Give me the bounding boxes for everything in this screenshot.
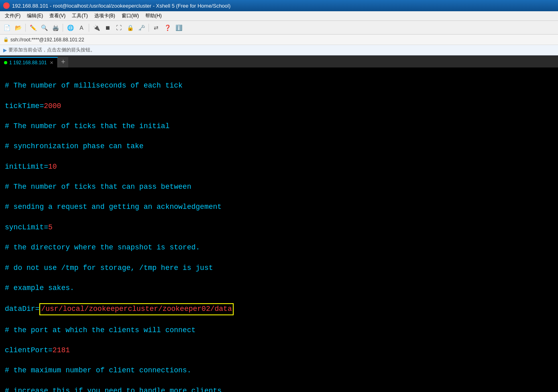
toolbar-lock[interactable]: 🔒	[125, 22, 135, 33]
terminal-line-4: # synchronization phase can take	[5, 141, 553, 151]
tab-dot	[4, 61, 7, 64]
terminal-line-5: initLimit=10	[5, 162, 553, 172]
toolbar-sep1	[25, 24, 26, 32]
tab-bar: 1 192.168.88.101 ✕ +	[0, 55, 558, 67]
toolbar-key[interactable]: 🗝️	[136, 22, 147, 33]
toolbar-open[interactable]: 📂	[13, 22, 23, 33]
terminal-line-1: # The number of milliseconds of each tic…	[5, 81, 553, 91]
toolbar-help[interactable]: ❓	[162, 22, 173, 33]
toolbar-sep3	[89, 24, 89, 32]
title-bar: 192.168.88.101 - root@localhost:/usr/loc…	[0, 0, 558, 11]
terminal-line-15: # the maximum number of client connectio…	[5, 365, 553, 376]
title-text: 192.168.88.101 - root@localhost:/usr/loc…	[12, 3, 555, 9]
terminal-line-10: # do not use /tmp for storage, /tmp here…	[5, 263, 553, 273]
toolbar-disconnect[interactable]: ⏹	[102, 22, 113, 33]
toolbar-connect[interactable]: 🔌	[91, 22, 102, 33]
info-text: 要添加当前会话，点击左侧的箭头按钮。	[8, 47, 95, 53]
datadir-highlight: /usr/local/zookeepercluster/zookeeper02/…	[39, 303, 233, 315]
toolbar-fullscreen[interactable]: ⛶	[114, 22, 124, 33]
menu-window[interactable]: 窗口(W)	[118, 12, 142, 20]
terminal-line-9: # the directory where the snapshot is st…	[5, 243, 553, 253]
terminal-line-6: # The number of ticks that can pass betw…	[5, 182, 553, 192]
address-text: ssh://root:****@192.168.88.101:22	[10, 37, 84, 43]
toolbar-print[interactable]: 🖨️	[50, 22, 61, 33]
terminal-line-2: tickTime=2000	[5, 101, 553, 111]
tab-session-1[interactable]: 1 192.168.88.101 ✕	[0, 57, 58, 67]
toolbar-globe[interactable]: 🌐	[65, 22, 75, 33]
terminal-line-12: dataDir=/usr/local/zookeepercluster/zook…	[5, 303, 553, 315]
toolbar-transfer[interactable]: ⇄	[151, 22, 161, 33]
terminal-line-7: # sending a request and getting an ackno…	[5, 202, 553, 212]
terminal-line-11: # example sakes.	[5, 283, 553, 293]
arrow-icon: ▶	[3, 47, 7, 53]
menu-tools[interactable]: 工具(T)	[69, 12, 91, 20]
toolbar-find[interactable]: 🔍	[39, 22, 49, 33]
tab-close[interactable]: ✕	[50, 60, 53, 65]
menu-help[interactable]: 帮助(H)	[142, 12, 165, 20]
terminal-line-14: clientPort=2181	[5, 345, 553, 355]
terminal-line-16: # increase this if you need to handle mo…	[5, 386, 553, 392]
terminal-line-13: # the port at which the clients will con…	[5, 325, 553, 335]
app-icon	[3, 2, 10, 9]
toolbar-sep4	[149, 24, 149, 32]
toolbar: 📄 📂 ✏️ 🔍 🖨️ 🌐 A 🔌 ⏹ ⛶ 🔒 🗝️ ⇄ ❓ ℹ️	[0, 21, 558, 35]
menu-view[interactable]: 查看(V)	[46, 12, 69, 20]
address-bar: 🔒 ssh://root:****@192.168.88.101:22	[0, 35, 558, 45]
toolbar-new[interactable]: 📄	[2, 22, 12, 33]
menu-file[interactable]: 文件(F)	[2, 12, 24, 20]
toolbar-info[interactable]: ℹ️	[173, 22, 184, 33]
toolbar-sep2	[63, 24, 63, 32]
terminal[interactable]: # The number of milliseconds of each tic…	[0, 67, 558, 392]
terminal-line-3: # The number of ticks that the initial	[5, 121, 553, 131]
lock-icon: 🔒	[3, 37, 9, 42]
toolbar-edit[interactable]: ✏️	[28, 22, 38, 33]
tab-add[interactable]: +	[58, 57, 68, 67]
menu-tabs[interactable]: 选项卡(B)	[91, 12, 118, 20]
menu-edit[interactable]: 编辑(E)	[24, 12, 46, 20]
info-bar: ▶ 要添加当前会话，点击左侧的箭头按钮。	[0, 45, 558, 55]
toolbar-font[interactable]: A	[76, 22, 87, 33]
menu-bar: 文件(F) 编辑(E) 查看(V) 工具(T) 选项卡(B) 窗口(W) 帮助(…	[0, 11, 558, 21]
tab-label: 1 192.168.88.101	[9, 60, 47, 65]
terminal-line-8: syncLimit=5	[5, 223, 553, 233]
